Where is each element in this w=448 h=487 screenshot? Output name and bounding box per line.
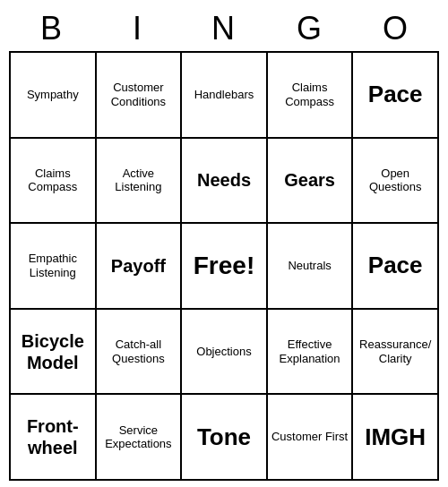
cell-r1-c0: Claims Compass: [11, 139, 97, 225]
cell-r2-c1: Payoff: [97, 224, 183, 310]
header-b: B: [9, 10, 95, 47]
cell-r3-c3: Effective Explanation: [268, 310, 354, 396]
bingo-card: B I N G O SympathyCustomer ConditionsHan…: [9, 6, 439, 481]
cell-r2-c2: Free!: [182, 224, 268, 310]
cell-r1-c3: Gears: [268, 139, 354, 225]
cell-r2-c0: Empathic Listening: [11, 224, 97, 310]
cell-r2-c4: Pace: [353, 224, 439, 310]
cell-r0-c1: Customer Conditions: [97, 53, 183, 139]
cell-r4-c3: Customer First: [268, 395, 354, 481]
header-o: O: [353, 10, 439, 47]
header-g: G: [267, 10, 353, 47]
cell-r3-c0: Bicycle Model: [11, 310, 97, 396]
cell-r1-c2: Needs: [182, 139, 268, 225]
cell-r4-c1: Service Expectations: [97, 395, 183, 481]
cell-r4-c0: Front-wheel: [11, 395, 97, 481]
cell-r4-c4: IMGH: [353, 395, 439, 481]
cell-r0-c2: Handlebars: [182, 53, 268, 139]
bingo-header: B I N G O: [9, 6, 439, 51]
header-n: N: [181, 10, 267, 47]
cell-r1-c1: Active Listening: [97, 139, 183, 225]
cell-r2-c3: Neutrals: [268, 224, 354, 310]
cell-r3-c4: Reassurance/ Clarity: [353, 310, 439, 396]
cell-r0-c0: Sympathy: [11, 53, 97, 139]
header-i: I: [95, 10, 181, 47]
cell-r4-c2: Tone: [182, 395, 268, 481]
cell-r0-c4: Pace: [353, 53, 439, 139]
bingo-grid: SympathyCustomer ConditionsHandlebarsCla…: [9, 51, 439, 481]
cell-r1-c4: Open Questions: [353, 139, 439, 225]
cell-r3-c2: Objections: [182, 310, 268, 396]
cell-r3-c1: Catch-all Questions: [97, 310, 183, 396]
cell-r0-c3: Claims Compass: [268, 53, 354, 139]
